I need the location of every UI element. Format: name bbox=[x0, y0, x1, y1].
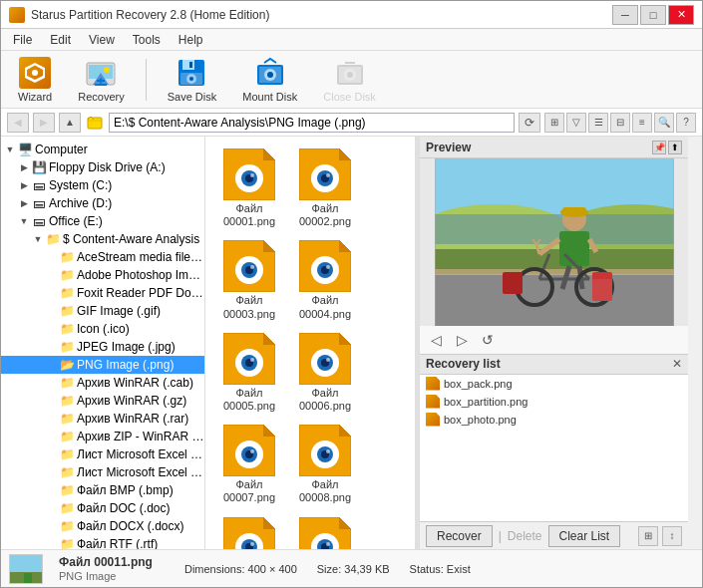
mount-disk-button[interactable]: Mount Disk bbox=[233, 52, 306, 108]
tree-label: Архив WinRAR (.cab) bbox=[75, 376, 193, 390]
tree-item-jpeg[interactable]: ▶ 📁 JPEG Image (.jpg) bbox=[1, 338, 204, 356]
save-disk-icon bbox=[176, 57, 207, 89]
folder-icon: 📁 bbox=[59, 250, 75, 264]
recovery-sort-button[interactable]: ↕ bbox=[662, 526, 682, 546]
file-item[interactable]: Файл 00002.png bbox=[289, 145, 361, 232]
tree-item-computer[interactable]: ▼ 🖥️ Computer bbox=[1, 141, 204, 158]
tree-item-icon[interactable]: ▶ 📁 Icon (.ico) bbox=[1, 320, 204, 338]
tree-item-winrar-zip[interactable]: ▶ 📁 Архив ZIP - WinRAR (.zip) bbox=[1, 428, 204, 445]
svg-marker-80 bbox=[339, 517, 351, 529]
address-go-button[interactable]: ⟳ bbox=[519, 113, 540, 133]
file-item[interactable]: Файл 00005.png bbox=[213, 329, 285, 417]
tree-item-floppy[interactable]: ▶ 💾 Floppy Disk Drive (A:) bbox=[1, 158, 204, 176]
file-item[interactable]: Файл 00007.png bbox=[213, 421, 285, 508]
file-name: Файл 00005.png bbox=[217, 387, 281, 413]
tree-item-winrar-rar[interactable]: ▶ 📁 Архив WinRAR (.rar) bbox=[1, 410, 204, 428]
tree-label: AceStream media file (.mp bbox=[75, 250, 204, 264]
recovery-button[interactable]: Recovery bbox=[69, 52, 133, 108]
preview-refresh-button[interactable]: ↺ bbox=[478, 330, 498, 350]
close-button[interactable]: ✕ bbox=[668, 5, 694, 25]
tree-item-photoshop[interactable]: ▶ 📁 Adobe Photoshop Image.1 bbox=[1, 266, 204, 284]
tree-item-foxit[interactable]: ▶ 📁 Foxit Reader PDF Documer bbox=[1, 284, 204, 302]
tree-item-acestream[interactable]: ▶ 📁 AceStream media file (.mp bbox=[1, 248, 204, 266]
status-dimensions: Dimensions: 400 × 400 bbox=[184, 563, 297, 575]
address-input[interactable] bbox=[109, 113, 515, 133]
tree-item-winrar-gz[interactable]: ▶ 📁 Архив WinRAR (.gz) bbox=[1, 392, 204, 410]
svg-rect-6 bbox=[189, 62, 192, 68]
tree-item-rtf[interactable]: ▶ 📁 Файл RTF (.rtf) bbox=[1, 535, 204, 549]
file-item[interactable]: Файл 00006.png bbox=[289, 329, 361, 417]
recovery-grid-view-button[interactable]: ⊞ bbox=[638, 526, 658, 546]
save-disk-button[interactable]: Save Disk bbox=[159, 52, 226, 108]
filter-button[interactable]: ▽ bbox=[566, 113, 586, 133]
preview-actions: ◁ ▷ ↺ bbox=[420, 326, 688, 354]
tree-item-content-aware[interactable]: ▼ 📁 $ Content-Aware Analysis bbox=[1, 230, 204, 248]
svg-rect-108 bbox=[559, 231, 589, 266]
svg-marker-74 bbox=[263, 517, 275, 529]
preview-image-area bbox=[420, 158, 688, 326]
preview-next-button[interactable]: ▷ bbox=[452, 330, 472, 350]
tree-item-excel-xlsx[interactable]: ▶ 📁 Лист Microsoft Excel (.xlsx) bbox=[1, 445, 204, 463]
location-icon bbox=[85, 113, 105, 133]
recovery-list-item[interactable]: box_photo.png bbox=[420, 411, 688, 429]
recovery-list: Recovery list ✕ box_pack.png box_partiti… bbox=[420, 354, 688, 522]
menu-view[interactable]: View bbox=[81, 31, 123, 49]
tree-item-archive-d[interactable]: ▶ 🖴 Archive (D:) bbox=[1, 194, 204, 212]
file-item[interactable]: Файл 00008.png bbox=[289, 421, 361, 508]
menu-edit[interactable]: Edit bbox=[42, 31, 79, 49]
recovery-list-item[interactable]: box_pack.png bbox=[420, 375, 688, 393]
svg-point-3 bbox=[104, 67, 110, 73]
file-type-icon bbox=[426, 395, 440, 409]
file-item[interactable]: Файл 00009.png bbox=[213, 513, 285, 550]
close-disk-button[interactable]: Close Disk bbox=[314, 52, 385, 108]
toolbar-separator-1 bbox=[146, 59, 147, 101]
preview-prev-button[interactable]: ◁ bbox=[426, 330, 446, 350]
tree-item-office-e[interactable]: ▼ 🖴 Office (E:) bbox=[1, 212, 204, 230]
tree-item-system-c[interactable]: ▶ 🖴 System (C:) bbox=[1, 176, 204, 194]
tree-item-bmp[interactable]: ▶ 📁 Файл BMP (.bmp) bbox=[1, 481, 204, 499]
menu-file[interactable]: File bbox=[5, 31, 40, 49]
tree-item-png[interactable]: ▶ 📂 PNG Image (.png) bbox=[1, 356, 204, 374]
tree-item-winrar-cab[interactable]: ▶ 📁 Архив WinRAR (.cab) bbox=[1, 374, 204, 392]
up-button[interactable]: ▲ bbox=[59, 113, 81, 133]
help-button[interactable]: ? bbox=[676, 113, 696, 133]
menu-help[interactable]: Help bbox=[171, 31, 211, 49]
file-item[interactable]: Файл 00004.png bbox=[289, 236, 361, 324]
file-thumbnail bbox=[223, 240, 275, 292]
view-grid-button[interactable]: ⊟ bbox=[610, 113, 630, 133]
svg-point-48 bbox=[326, 265, 330, 269]
wizard-button[interactable]: Wizard bbox=[9, 52, 61, 108]
forward-button[interactable]: ▶ bbox=[33, 113, 55, 133]
menu-tools[interactable]: Tools bbox=[125, 31, 169, 49]
back-button[interactable]: ◀ bbox=[7, 113, 29, 133]
search-button[interactable]: 🔍 bbox=[654, 113, 674, 133]
tree-item-gif[interactable]: ▶ 📁 GIF Image (.gif) bbox=[1, 302, 204, 320]
file-item[interactable]: Файл 00003.png bbox=[213, 236, 285, 324]
view-details-button[interactable]: ≡ bbox=[632, 113, 652, 133]
view-list-button[interactable]: ☰ bbox=[588, 113, 608, 133]
tree-label: Adobe Photoshop Image.1 bbox=[75, 268, 204, 282]
save-disk-label: Save Disk bbox=[168, 91, 217, 103]
minimize-button[interactable]: ─ bbox=[612, 5, 638, 25]
file-item[interactable]: Файл 00001.png bbox=[213, 145, 285, 232]
tree-panel: ▼ 🖥️ Computer ▶ 💾 Floppy Disk Drive (A:)… bbox=[1, 137, 205, 549]
preview-restore-button[interactable]: ⬆ bbox=[668, 141, 682, 154]
expand-icon: ▼ bbox=[17, 216, 31, 226]
svg-point-36 bbox=[326, 173, 330, 177]
tree-label: Файл DOCX (.docx) bbox=[75, 519, 184, 533]
recovery-list-item[interactable]: box_partition.png bbox=[420, 393, 688, 411]
tree-item-excel-9720[interactable]: ▶ 📁 Лист Microsoft Excel 97-20 bbox=[1, 463, 204, 481]
maximize-button[interactable]: □ bbox=[640, 5, 666, 25]
file-item[interactable]: Файл 00010.png bbox=[289, 513, 361, 550]
view-toggle-button[interactable]: ⊞ bbox=[544, 113, 564, 133]
folder-icon: 📁 bbox=[59, 537, 75, 549]
tree-label: System (C:) bbox=[47, 178, 112, 192]
folder-icon: 📁 bbox=[45, 232, 61, 246]
tree-item-doc[interactable]: ▶ 📁 Файл DOC (.doc) bbox=[1, 499, 204, 517]
clear-list-button[interactable]: Clear List bbox=[548, 525, 621, 547]
tree-item-docx[interactable]: ▶ 📁 Файл DOCX (.docx) bbox=[1, 517, 204, 535]
recover-button[interactable]: Recover bbox=[426, 525, 493, 547]
file-thumbnail bbox=[299, 333, 351, 385]
preview-pin-button[interactable]: 📌 bbox=[652, 141, 666, 154]
recovery-list-close-button[interactable]: ✕ bbox=[672, 357, 682, 371]
